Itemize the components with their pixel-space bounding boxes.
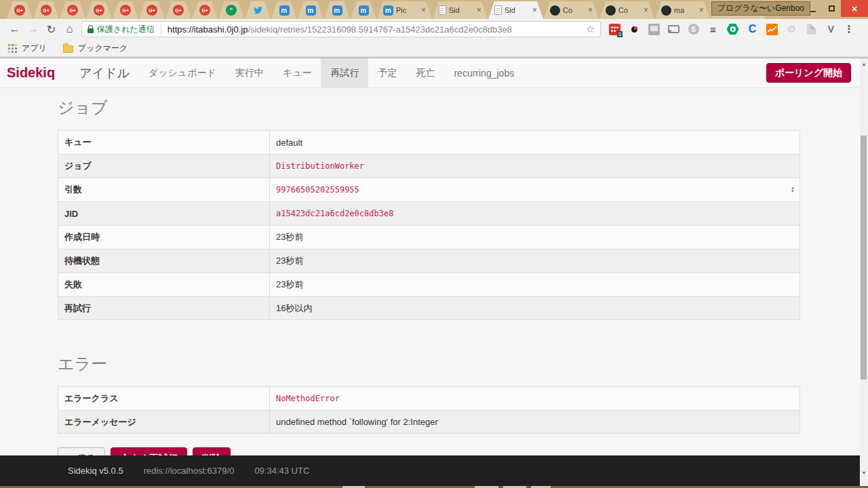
browser-tab[interactable]: m [351,1,376,19]
browser-tab[interactable]: Sid× [433,1,488,19]
nav-tab-5[interactable]: 予定 [368,58,406,87]
browser-tab[interactable]: G+ [139,1,165,19]
close-window-button[interactable]: × [841,0,868,17]
table-row: 失敗23秒前 [58,272,800,296]
nav-tab-0[interactable]: アイドル [70,58,139,87]
browser-tab[interactable]: G+ [113,1,138,19]
table-row: 作成日時23秒前 [58,225,800,249]
extension-vimium-v-icon[interactable]: V [821,20,841,38]
tab-close-icon[interactable]: × [588,6,593,14]
sidekiq-brand[interactable]: Sidekiq [7,58,55,87]
nav-tab-1[interactable]: ダッシュボード [139,58,226,87]
extension-dark-ring-icon[interactable] [625,20,644,38]
tab-close-icon[interactable]: × [699,6,704,14]
gplus-favicon: G+ [120,5,131,16]
table-row: 待機状態23秒前 [58,249,800,272]
row-value: DistributionWorker [276,161,364,171]
start-polling-button[interactable]: ポーリング開始 [766,63,851,83]
browser-tab[interactable]: G+ [60,1,85,19]
nav-tab-label: キュー [283,67,312,79]
spinner-down-icon[interactable]: ▼ [791,190,795,193]
extension-s-circle-icon[interactable]: S [684,20,703,38]
layers-glyph: ≡ [710,24,716,35]
home-button[interactable]: ⌂ [60,20,79,38]
s-glyph: S [691,26,696,33]
nav-tab-3[interactable]: キュー [273,58,321,87]
tab-close-icon[interactable]: × [421,6,426,14]
mastodon-glyph: m [308,7,314,14]
reload-button[interactable]: ↻ [42,20,60,38]
browser-tab[interactable]: G+ [165,1,191,19]
browser-tab-active[interactable]: Sid× [488,1,543,19]
restore-button[interactable] [822,0,841,17]
url-text[interactable]: https://itabashi.0j0.jp/sidekiq/retries/… [167,24,512,35]
scrollbar-down-icon[interactable]: ▼ [860,468,868,476]
row-value-cell: 99766505202559955▲▼ [270,178,800,201]
gplus-glyph: G+ [149,8,155,13]
secure-indicator[interactable]: 保護された通信 [87,24,155,35]
browser-tab[interactable]: Co× [544,1,599,19]
address-bar[interactable]: 保護された通信 https://itabashi.0j0.jp/sidekiq/… [81,21,601,37]
mastodon-glyph: m [361,7,367,14]
browser-tab[interactable]: mPic× [377,1,432,19]
extension-page-faded-icon[interactable] [802,20,821,38]
browser-toolbar: ← → ↻ ⌂ 保護された通信 https://itabashi.0j0.jp/… [0,19,868,39]
number-spinner[interactable]: ▲▼ [791,186,795,193]
gplus-favicon: G+ [94,5,104,16]
browser-tab[interactable]: ma× [655,1,710,19]
browser-tab[interactable] [245,1,271,19]
mastodon-favicon: m [306,5,316,16]
browser-tab[interactable]: G+ [86,1,112,19]
row-value-cell: default [270,131,800,154]
window-controls: × [803,0,868,19]
mastodon-favicon: m [279,5,290,16]
bookmark-star-icon[interactable]: ☆ [586,23,595,35]
extension-badge: 3 [617,31,623,37]
extension-rss-red-icon[interactable]: 3 [605,20,625,38]
browser-tab[interactable]: G+ [192,1,218,19]
nav-tab-7[interactable]: recurring_jobs [444,58,524,87]
nav-tab-2[interactable]: 実行中 [226,58,273,87]
apps-shortcut[interactable]: アプリ [8,43,47,54]
browser-tab[interactable]: m [298,1,323,19]
page-viewport: Sidekiq アイドルダッシュボード実行中キュー再試行予定死亡recurrin… [0,58,868,486]
gplus-glyph: G+ [201,8,208,13]
job-table: キューdefaultジョブDistributionWorker引数9976650… [58,130,800,320]
row-value: 23秒前 [276,279,303,291]
tab-close-icon[interactable]: × [644,6,648,14]
extension-photos-gray-icon[interactable] [644,20,664,38]
browser-tab[interactable]: ” [218,1,244,19]
row-value: undefined method `following' for 2:Integ… [276,417,438,427]
browser-tab[interactable]: m [324,1,350,19]
back-button[interactable]: ← [5,20,24,38]
browser-tab[interactable]: G+ [33,1,59,19]
gplus-favicon: G+ [41,5,52,16]
extension-cast-icon[interactable] [664,20,684,38]
scrollbar-thumb[interactable] [861,136,867,380]
bookmarks-folder[interactable]: ブックマーク [63,43,127,54]
nav-tab-6[interactable]: 死亡 [406,58,444,87]
nav-tab-label: 予定 [378,67,397,79]
browser-tab[interactable]: Co× [599,1,654,19]
tab-close-icon[interactable]: × [477,6,481,14]
extension-eye-hexagon-icon[interactable] [723,20,743,38]
hangouts-glyph: ” [230,7,233,14]
extension-gear-faded-icon[interactable]: ⚙ [782,20,802,38]
extension-chart-orange-icon[interactable] [762,20,782,38]
page-scrollbar[interactable]: ▲ ▼ [860,58,868,486]
github-favicon [661,5,671,16]
nav-tab-4-active[interactable]: 再試行 [321,58,368,87]
tab-close-icon[interactable]: × [532,6,537,14]
scrollbar-up-icon[interactable]: ▲ [860,60,868,68]
row-value: 23秒前 [276,231,303,243]
browser-tab[interactable]: G+ [7,1,33,19]
nav-tab-label: アイドル [79,65,130,81]
extension-c-blue-icon[interactable]: C [743,20,762,38]
forward-button[interactable]: → [24,20,42,38]
extension-layers-icon[interactable]: ≡ [703,20,723,38]
browser-tab[interactable]: m [271,1,297,19]
footer-item: redis://localhost:6379/0 [144,466,235,476]
chrome-menu-icon[interactable]: ⋮ [841,23,857,35]
gplus-favicon: G+ [199,5,210,16]
row-value-cell: 16秒以内 [270,297,800,319]
